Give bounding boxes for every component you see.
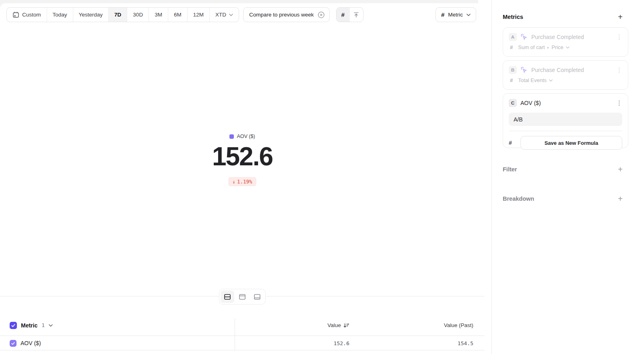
value-column-header[interactable]: Value: [327, 315, 349, 335]
date-range-xtd[interactable]: XTD: [210, 8, 239, 22]
date-range-3m[interactable]: 3M: [149, 8, 168, 22]
row-value-past: 154.5: [458, 336, 473, 350]
kebab-menu-icon[interactable]: ⋮: [616, 67, 622, 73]
hash-icon: #: [509, 140, 514, 146]
value-past-column-label: Value (Past): [444, 322, 473, 328]
layout-toggle: [219, 289, 266, 305]
metric-card-title: Purchase Completed: [531, 67, 584, 73]
row-value: 152.6: [334, 336, 349, 350]
date-range-label: XTD: [215, 12, 226, 18]
main-canvas: Custom Today Yesterday 7D 30D 3M 6M 12M …: [0, 0, 491, 354]
metric-card-b[interactable]: B Purchase Completed ⋮ # Total Events: [503, 60, 628, 90]
query-builder-sidebar: Metrics + A Purchase Completed ⋮ # Sum o…: [491, 0, 644, 354]
event-click-icon: [520, 33, 528, 41]
date-range-12m[interactable]: 12M: [188, 8, 210, 22]
date-range-control: Custom Today Yesterday 7D 30D 3M 6M 12M …: [6, 7, 239, 22]
goal-mode-button[interactable]: [350, 8, 363, 22]
delta-badge: ↓ 1.19%: [228, 177, 256, 186]
legend-label: AOV ($): [237, 134, 255, 139]
row-checkbox[interactable]: [10, 340, 17, 347]
add-filter-button[interactable]: +: [618, 166, 626, 173]
metric-card-c-formula[interactable]: C AOV ($) ⋮ A/B # Save as New Formula: [503, 93, 628, 148]
split-layout-icon: [223, 293, 231, 301]
metrics-title: Metrics: [503, 14, 523, 20]
metrics-section-header: Metrics +: [503, 14, 626, 20]
number-mode-button[interactable]: #: [336, 8, 350, 22]
metric-dropdown-button[interactable]: # Metric: [436, 7, 476, 22]
down-arrow-icon: ↓: [232, 179, 235, 185]
legend-swatch: [229, 134, 234, 139]
date-range-label: Today: [53, 12, 67, 18]
table-only-view-button[interactable]: [250, 290, 264, 303]
table-row[interactable]: AOV ($) 152.6 154.5: [0, 336, 485, 350]
date-range-30d[interactable]: 30D: [127, 8, 149, 22]
report-card: Custom Today Yesterday 7D 30D 3M 6M 12M …: [0, 3, 485, 354]
row-metric-name: AOV ($): [21, 340, 41, 346]
value-column-label: Value: [327, 322, 341, 328]
chart-only-view-button[interactable]: [235, 290, 249, 303]
metric-dropdown-label: Metric: [448, 12, 463, 18]
compare-chip-label: Compare to previous week: [249, 12, 314, 18]
kpi-value: 152.6: [0, 142, 485, 171]
date-range-label: 30D: [133, 12, 143, 18]
table-header-row: Metric 1 Value Value (Past): [0, 315, 485, 336]
chevron-down-icon: [566, 46, 570, 49]
chevron-down-icon[interactable]: [49, 324, 53, 327]
top-panel-layout-icon: [238, 293, 246, 301]
metric-card-title: AOV ($): [520, 100, 541, 106]
measurement-selector[interactable]: Total Events: [518, 77, 553, 83]
breakdown-title: Breakdown: [503, 196, 534, 202]
date-range-label: Custom: [22, 12, 41, 18]
calendar-icon: [12, 11, 19, 18]
metric-column-header: Metric: [21, 322, 37, 329]
value-past-column-header[interactable]: Value (Past): [444, 315, 473, 335]
metric-badge: B: [509, 66, 517, 74]
chevron-down-icon: [549, 79, 553, 82]
breakdown-section-header: Breakdown +: [503, 196, 626, 202]
hash-icon: #: [341, 11, 345, 18]
metric-count: 1: [41, 322, 45, 328]
measurement-selector[interactable]: Sum of cart ▸ Price: [518, 44, 570, 50]
split-view-button[interactable]: [221, 290, 234, 303]
remove-compare-icon[interactable]: [318, 11, 325, 19]
measure-label: Total Events: [518, 77, 547, 83]
chevron-down-icon: [466, 14, 471, 16]
metric-card-title: Purchase Completed: [531, 34, 584, 40]
metric-card-a[interactable]: A Purchase Completed ⋮ # Sum of cart ▸ P…: [503, 27, 628, 57]
kebab-menu-icon[interactable]: ⋮: [616, 34, 622, 40]
kebab-menu-icon[interactable]: ⋮: [616, 100, 622, 106]
date-range-label: 3M: [155, 12, 162, 18]
chevron-down-icon: [229, 14, 233, 16]
metric-badge: C: [509, 99, 517, 107]
measure-label: Sum of cart: [518, 44, 545, 50]
formula-input[interactable]: A/B: [509, 113, 622, 126]
filter-title: Filter: [503, 166, 517, 173]
add-metric-button[interactable]: +: [618, 14, 626, 20]
save-formula-label: Save as New Formula: [545, 140, 599, 146]
formula-text: A/B: [514, 116, 523, 123]
date-range-7d[interactable]: 7D: [109, 8, 127, 22]
event-click-icon: [520, 66, 528, 74]
filter-section-header: Filter +: [503, 166, 626, 173]
arrow-up-to-bar-icon: [353, 12, 359, 18]
date-range-label: 12M: [193, 12, 204, 18]
add-breakdown-button[interactable]: +: [618, 196, 626, 202]
metric-badge: A: [509, 33, 517, 41]
date-range-today[interactable]: Today: [47, 8, 73, 22]
date-range-label: 7D: [114, 12, 121, 18]
value-mode-toggle: #: [336, 7, 363, 22]
delta-value: 1.19%: [237, 179, 252, 185]
date-range-label: 6M: [174, 12, 182, 18]
table-column-divider: [235, 318, 235, 350]
date-range-yesterday[interactable]: Yesterday: [73, 8, 109, 22]
measure-property: Price: [551, 44, 564, 50]
card-divider: [509, 131, 622, 131]
date-range-6m[interactable]: 6M: [168, 8, 188, 22]
property-separator-icon: ▸: [547, 45, 549, 49]
save-formula-button[interactable]: Save as New Formula: [520, 136, 622, 150]
chart-legend: AOV ($): [0, 134, 485, 139]
bottom-panel-layout-icon: [253, 293, 261, 301]
compare-chip[interactable]: Compare to previous week: [243, 7, 330, 22]
select-all-checkbox[interactable]: [10, 322, 17, 329]
date-range-custom[interactable]: Custom: [7, 8, 47, 22]
